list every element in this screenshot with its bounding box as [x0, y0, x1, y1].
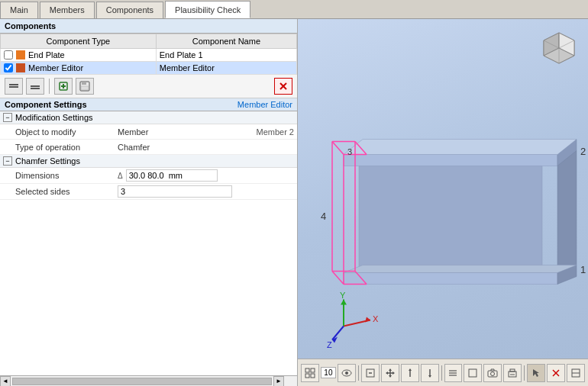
modification-settings-group: − Modification Settings Object to modify… — [0, 111, 297, 155]
pointer-button[interactable] — [527, 364, 545, 382]
add-component-button[interactable] — [54, 78, 73, 95]
row1-checkbox[interactable] — [4, 50, 13, 60]
row2-checkbox[interactable] — [4, 63, 13, 72]
fullscreen-button[interactable] — [567, 364, 585, 382]
scroll-right-arrow[interactable]: ► — [273, 376, 284, 387]
3d-scene[interactable]: 2 1 4 3 X Y — [298, 19, 588, 359]
col-header-type: Component Type — [1, 34, 157, 49]
view-separator-1 — [358, 365, 359, 381]
main-content: Components Component Type Component Name — [0, 19, 588, 386]
svg-marker-43 — [341, 300, 347, 305]
type-of-operation-label: Type of operation — [0, 141, 115, 153]
camera-button[interactable] — [483, 364, 502, 382]
tab-bar: Main Members Components Plausibility Che… — [0, 0, 588, 19]
save-button[interactable] — [76, 78, 94, 95]
components-table: Component Type Component Name End Plate — [0, 34, 297, 75]
zoom-in-button[interactable] — [401, 364, 419, 382]
view-number-badge: 10 — [321, 367, 336, 378]
pan-button[interactable] — [381, 364, 399, 382]
scroll-left-arrow[interactable]: ◄ — [0, 376, 11, 387]
chamfer-settings-group: − Chamfer Settings Dimensions Δ Selected… — [0, 155, 297, 200]
table-row[interactable]: End Plate End Plate 1 — [1, 49, 297, 62]
selected-sides-label: Selected sides — [0, 185, 115, 198]
svg-marker-60 — [386, 372, 388, 375]
table-row[interactable]: Member Editor Member Editor — [1, 62, 297, 75]
dimensions-field[interactable] — [126, 169, 218, 182]
svg-rect-9 — [81, 86, 89, 90]
row1-color — [16, 50, 25, 60]
tab-plausibility[interactable]: Plausibility Check — [165, 1, 250, 18]
grid-button[interactable] — [301, 364, 319, 382]
eye-button[interactable] — [338, 364, 356, 382]
settings-panel: Component Settings Member Editor − Modif… — [0, 98, 297, 375]
collapse-icon-modification[interactable]: − — [3, 113, 12, 122]
svg-rect-69 — [469, 369, 477, 377]
type-of-operation-value: Chamfer — [115, 141, 297, 153]
svg-point-53 — [345, 372, 348, 375]
move-down-button[interactable] — [26, 78, 44, 95]
svg-marker-75 — [533, 369, 539, 377]
svg-text:Z: Z — [327, 340, 332, 349]
label-1: 1 — [580, 264, 586, 275]
delta-icon: Δ — [118, 172, 123, 180]
settings-header-context: Member Editor — [237, 100, 292, 109]
type-of-operation-row: Type of operation Chamfer — [0, 140, 297, 155]
object-to-modify-v1: Member — [118, 127, 148, 137]
left-panel: Components Component Type Component Name — [0, 19, 298, 386]
dimensions-row: Dimensions Δ — [0, 168, 297, 184]
svg-line-45 — [332, 326, 344, 340]
svg-marker-63 — [409, 368, 412, 371]
svg-rect-8 — [82, 82, 86, 85]
svg-rect-2 — [31, 85, 40, 87]
app-container: Main Members Components Plausibility Che… — [0, 0, 588, 386]
zoom-fit-button[interactable] — [361, 364, 380, 382]
zoom-out-button[interactable] — [421, 364, 439, 382]
type-of-operation-v1: Chamfer — [118, 143, 150, 152]
collapse-icon-chamfer[interactable]: − — [3, 156, 12, 166]
scroll-thumb[interactable] — [12, 378, 272, 385]
view-separator-2 — [441, 365, 442, 381]
svg-marker-24 — [344, 140, 577, 155]
tab-main[interactable]: Main — [0, 2, 38, 18]
object-to-modify-value: Member Member 2 — [115, 126, 297, 138]
right-panel: 2 1 4 3 X Y — [298, 19, 588, 386]
print-button[interactable] — [503, 364, 522, 382]
svg-marker-25 — [557, 151, 577, 273]
tab-components[interactable]: Components — [96, 2, 163, 18]
selected-sides-value — [115, 184, 297, 199]
selected-sides-field[interactable] — [118, 185, 232, 198]
svg-point-71 — [491, 372, 495, 375]
move-up-button[interactable] — [5, 78, 23, 95]
object-to-modify-v2: Member 2 — [256, 127, 294, 137]
delete-button[interactable] — [274, 78, 292, 95]
svg-marker-22 — [344, 273, 557, 285]
svg-marker-27 — [344, 265, 577, 273]
dimensions-value: Δ — [115, 168, 297, 183]
close-view-button[interactable] — [547, 364, 565, 382]
dimensions-label: Dimensions — [0, 169, 115, 182]
row2-color — [16, 63, 25, 72]
row1-type: End Plate — [28, 50, 65, 60]
bottom-scrollbar[interactable]: ◄ ► — [0, 375, 297, 386]
layer-button[interactable] — [444, 364, 463, 382]
svg-marker-58 — [389, 368, 392, 371]
modification-group-header[interactable]: − Modification Settings — [0, 111, 297, 124]
toolbar-separator — [49, 79, 50, 94]
tab-members[interactable]: Members — [40, 2, 95, 18]
svg-rect-73 — [510, 369, 515, 372]
object-to-modify-row: Object to modify Member Member 2 — [0, 124, 297, 140]
svg-rect-1 — [9, 84, 18, 85]
view-separator-3 — [524, 365, 525, 381]
row1-name: End Plate 1 — [156, 49, 296, 62]
label-3: 3 — [347, 147, 352, 156]
svg-marker-21 — [344, 155, 557, 166]
settings-header-title: Component Settings — [5, 100, 87, 109]
settings-header: Component Settings Member Editor — [0, 98, 297, 111]
chamfer-group-header[interactable]: − Chamfer Settings — [0, 155, 297, 168]
svg-marker-59 — [389, 375, 392, 378]
components-section-header: Components — [0, 19, 297, 34]
modification-group-label: Modification Settings — [15, 113, 93, 122]
render-button[interactable] — [464, 364, 482, 382]
svg-rect-49 — [311, 368, 315, 372]
label-2: 2 — [580, 146, 586, 157]
